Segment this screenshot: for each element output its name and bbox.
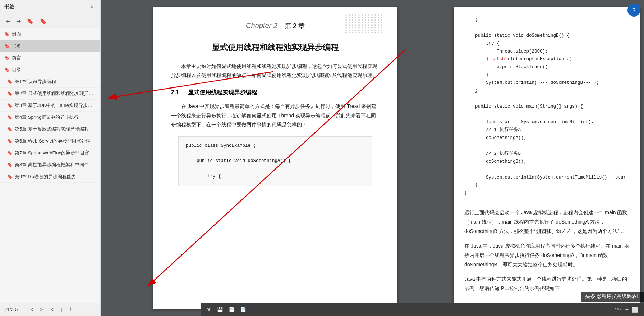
decorative-dots: [345, 14, 383, 33]
section-2-1-intro: 在 Java 中实现异步编程最简单的方式是：每当有异步任务要执行时，使用 Tre…: [171, 102, 380, 129]
code-line: [186, 165, 365, 173]
sidebar-item-ch1[interactable]: 🔖第1章 认识异步编程: [0, 76, 100, 88]
code-line: Thread.sleep(2000);: [464, 48, 630, 56]
sidebar-item-label: 第4章 Spring框架中的异步执行: [15, 114, 79, 121]
page-icon-2[interactable]: 📄: [240, 307, 246, 312]
code-line: try {: [186, 173, 365, 180]
code-line: doSomethingB();: [464, 158, 630, 166]
sidebar-items-list: 🔖封面🔖书名🔖前言🔖目录🔖第1章 认识异步编程🔖第2章 显式使用线程和线程池实现…: [0, 28, 100, 303]
sidebar-item-ch6[interactable]: 🔖第6章 Web Servlet的异步非阻塞处理: [0, 135, 100, 147]
bookmark-back-btn[interactable]: ⬅: [4, 17, 12, 25]
code-line: [186, 150, 365, 157]
code-line: }: [464, 71, 630, 79]
sidebar-item-bookname[interactable]: 🔖书名: [0, 40, 100, 52]
code-line: }: [464, 189, 630, 197]
code-line: try {: [464, 40, 630, 48]
chapter-intro-text: 本章主要探讨如何显式地使用线程和线程池实现异步编程，这包含如何显式使用线程实现异…: [171, 62, 380, 80]
sidebar-item-cover[interactable]: 🔖封面: [0, 28, 100, 40]
chapter-italic-label: Chapter 2: [246, 22, 277, 30]
section-title-text: 显式使用线程实现异步编程: [188, 89, 257, 95]
sidebar: 书签 × ⬅ ➡ 🔖 🔖 🔖封面🔖书名🔖前言🔖目录🔖第1章 认识异步编程🔖第2章…: [0, 0, 101, 316]
code-line: doSomethingA();: [464, 134, 630, 142]
code-line: // 2.执行任务B: [464, 150, 630, 158]
sidebar-item-ch9[interactable]: 🔖第9章 Go语言的异步编程能力: [0, 171, 100, 183]
sidebar-item-ch5[interactable]: 🔖第5章 基于反应式编程实现异步编程: [0, 123, 100, 135]
sidebar-item-label: 第3章 基于JDK中的Future实现异步编程…: [15, 102, 96, 109]
code-line: }: [464, 181, 630, 189]
sidebar-item-ch7[interactable]: 🔖第7章 Spring WebFlux的异步非阻塞处…: [0, 147, 100, 159]
nav-prev-btn[interactable]: <: [29, 306, 35, 313]
sidebar-item-ch8[interactable]: 🔖第8章 高性能异步编程框架和中间件: [0, 159, 100, 171]
chapter-title-main: 显式使用线程和线程池实现异步编程: [171, 42, 380, 53]
save-icon[interactable]: 💾: [217, 307, 223, 312]
code-line: [464, 111, 630, 119]
page-info: 21/287: [4, 307, 26, 312]
bookmark-forward-btn[interactable]: ➡: [15, 17, 22, 25]
bookmark-icon: 🔖: [7, 115, 13, 120]
sidebar-item-label: 第6章 Web Servlet的异步非阻塞处理: [15, 138, 91, 144]
sidebar-item-label: 书名: [12, 43, 21, 49]
sidebar-icon-bar: ⬅ ➡ 🔖 🔖: [0, 14, 100, 28]
sidebar-item-label: 第7章 Spring WebFlux的异步非阻塞处…: [15, 150, 96, 156]
text-para-2: 在 Java 中，Java 虚拟机允许应用程序同时运行多个执行线程。在 main…: [464, 241, 630, 270]
sidebar-item-label: 第9章 Go语言的异步编程能力: [15, 173, 76, 180]
bookmark-icon: 🔖: [7, 174, 13, 179]
zoom-in-button[interactable]: +: [625, 306, 629, 313]
eye-icon[interactable]: 👁: [207, 307, 212, 312]
code-line: e.printStackTrace();: [464, 63, 630, 71]
content-area: R Chapter 2 第 2 章: [101, 0, 644, 316]
code-line: [464, 166, 630, 174]
section-2-1-title: 2.1 显式使用线程实现异步编程: [171, 89, 380, 96]
sidebar-item-ch3[interactable]: 🔖第3章 基于JDK中的Future实现异步编程…: [0, 100, 100, 112]
code-line: [464, 142, 630, 150]
code-line: public static void doSomethingA() {: [186, 157, 365, 165]
code-line: // 1.执行任务A: [464, 126, 630, 134]
text-para-1: 运行上面代码会启动一个 Java 虚拟机进程，进程内会创建一个 main 函数（…: [464, 208, 630, 236]
code-panel-right: } public static void doSomethingB() { tr…: [454, 7, 640, 309]
code-line: } catch (InterruptedException e) {: [464, 55, 630, 63]
code-line: public static void doSomethingB() {: [464, 32, 630, 40]
zoom-out-button[interactable]: -: [609, 306, 611, 313]
sidebar-item-toc[interactable]: 🔖目录: [0, 64, 100, 76]
bookmark-icon-1[interactable]: 🔖: [25, 17, 35, 25]
text-para-3: Java 中有两种方式来显式开启一个线程进行异步处理。第一种是…接口的示例，然后…: [464, 275, 630, 293]
nav-next-btn[interactable]: >: [38, 306, 45, 313]
sidebar-item-ch2[interactable]: 🔖第2章 显式使用线程和线程池实现异步编…: [0, 88, 100, 100]
fit-page-button[interactable]: ⬜: [631, 306, 639, 313]
main-layout: 书签 × ⬅ ➡ 🔖 🔖 🔖封面🔖书名🔖前言🔖目录🔖第1章 认识异步编程🔖第2章…: [0, 0, 644, 316]
sidebar-title: 书签: [4, 4, 14, 10]
code-line: }: [464, 87, 630, 95]
sidebar-item-ch4[interactable]: 🔖第4章 Spring框架中的异步执行: [0, 112, 100, 123]
code-line: }: [464, 16, 630, 24]
bookmark-icon: 🔖: [7, 162, 13, 167]
nav-export-btn[interactable]: ⤵: [58, 306, 64, 313]
code-line: System.out.println(System.currentTimeMil…: [464, 174, 630, 182]
sidebar-item-label: 第2章 显式使用线程和线程池实现异步编…: [15, 90, 96, 97]
sidebar-item-label: 第1章 认识异步编程: [15, 78, 56, 85]
bookmark-icon: 🔖: [7, 139, 13, 144]
zoom-level-display: 77%: [614, 307, 622, 312]
bookmark-icon: 🔖: [7, 79, 13, 84]
sidebar-item-label: 封面: [12, 31, 21, 37]
code-line: long start = System.currentTimeMillis();: [464, 118, 630, 126]
sidebar-close-button[interactable]: ×: [88, 3, 96, 11]
nav-first-btn[interactable]: |<: [47, 306, 55, 313]
nav-import-btn[interactable]: ⤴: [67, 306, 73, 313]
avatar-button[interactable]: R: [627, 4, 640, 17]
sidebar-item-label: 前言: [12, 55, 21, 61]
bookmark-icon-2[interactable]: 🔖: [38, 17, 48, 25]
sidebar-header: 书签 ×: [0, 0, 100, 14]
sidebar-item-label: 第5章 基于反应式编程实现异步编程: [15, 126, 89, 132]
zoom-controls: - 77% + ⬜: [609, 306, 639, 313]
bookmark-icon: 🔖: [4, 55, 10, 60]
bookmark-icon: 🔖: [4, 44, 10, 49]
pdf-page-left: Chapter 2 第 2 章 显式使用线程和线程池实现异步编程 本章主要探讨如…: [153, 7, 397, 309]
bookmark-icon: 🔖: [7, 91, 13, 96]
sidebar-item-foreword[interactable]: 🔖前言: [0, 52, 100, 64]
bookmark-icon: 🔖: [7, 103, 13, 108]
code-panel-text-area: 运行上面代码会启动一个 Java 虚拟机进程，进程内会创建一个 main 函数（…: [464, 208, 630, 293]
sidebar-item-label: 目录: [12, 67, 21, 73]
code-line: System.out.println("--- doSomethingB---"…: [464, 79, 630, 87]
bookmark-icon: 🔖: [7, 127, 13, 132]
page-icon-1[interactable]: 📄: [229, 307, 235, 312]
